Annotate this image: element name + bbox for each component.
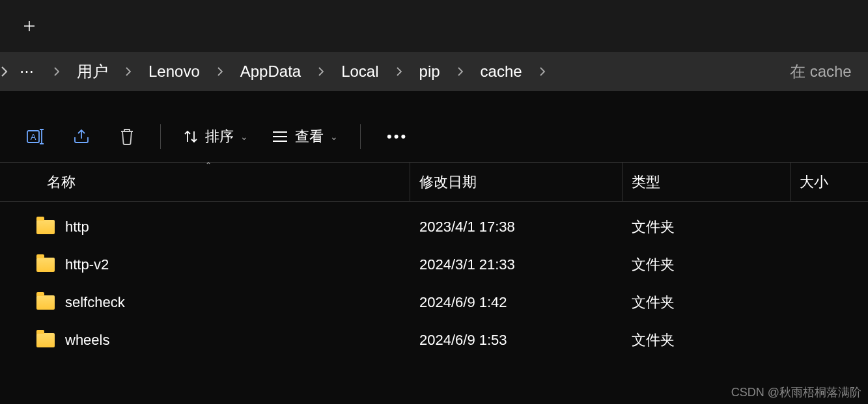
breadcrumb-item[interactable]: 用户: [72, 59, 113, 85]
divider: [360, 124, 361, 149]
column-name-label: 名称: [47, 172, 76, 192]
file-row[interactable]: http-v2 2024/3/1 21:33 文件夹: [0, 246, 868, 284]
file-name: http-v2: [65, 256, 109, 273]
breadcrumb-item[interactable]: pip: [414, 60, 445, 83]
rename-icon[interactable]: A: [13, 117, 59, 156]
chevron-down-icon: ⌄: [330, 131, 338, 142]
file-row[interactable]: http 2023/4/1 17:38 文件夹: [0, 208, 868, 246]
breadcrumb-item[interactable]: AppData: [235, 60, 306, 83]
column-size[interactable]: 大小: [791, 163, 868, 201]
file-name: wheels: [65, 332, 109, 349]
toolbar: A 排序 ⌄ 查看 ⌄ •••: [0, 111, 868, 163]
folder-icon: [36, 333, 55, 347]
address-bar: ⋯ 用户 Lenovo AppData Local pip cache 在 ca…: [0, 52, 868, 91]
chevron-down-icon: ⌄: [240, 131, 248, 142]
folder-icon: [36, 220, 55, 234]
file-name: selfcheck: [65, 294, 125, 311]
column-type[interactable]: 类型: [623, 163, 791, 201]
delete-icon[interactable]: [104, 117, 150, 156]
breadcrumb: ⋯ 用户 Lenovo AppData Local pip cache: [13, 59, 761, 85]
file-name-cell: selfcheck: [0, 294, 410, 311]
watermark: CSDN @秋雨梧桐落满阶: [731, 384, 861, 400]
breadcrumb-item[interactable]: Local: [336, 60, 384, 83]
chevron-right-icon: [527, 66, 557, 77]
sort-label: 排序: [205, 127, 234, 146]
tab-bar: [0, 0, 868, 52]
new-tab-button[interactable]: [13, 10, 46, 42]
file-type: 文件夹: [623, 217, 791, 237]
sort-icon: [183, 129, 199, 144]
more-button[interactable]: •••: [371, 128, 423, 145]
file-list: http 2023/4/1 17:38 文件夹 http-v2 2024/3/1…: [0, 202, 868, 359]
view-icon: [272, 130, 288, 143]
file-date: 2024/6/9 1:53: [410, 332, 623, 349]
spacer: [0, 91, 868, 111]
column-date[interactable]: 修改日期: [410, 163, 623, 201]
file-name-cell: http-v2: [0, 256, 410, 273]
view-label: 查看: [295, 127, 324, 146]
chevron-right-icon: [205, 66, 235, 77]
sort-button[interactable]: 排序 ⌄: [171, 120, 260, 153]
chevron-right-icon: [306, 66, 336, 77]
file-type: 文件夹: [623, 330, 791, 350]
breadcrumb-overflow[interactable]: ⋯: [13, 63, 42, 80]
breadcrumb-item[interactable]: Lenovo: [143, 60, 205, 83]
file-date: 2024/6/9 1:42: [410, 294, 623, 311]
column-name[interactable]: 名称 ⌃: [0, 163, 410, 201]
svg-text:A: A: [31, 132, 36, 142]
file-date: 2023/4/1 17:38: [410, 219, 623, 236]
chevron-right-icon: [384, 66, 414, 77]
file-type: 文件夹: [623, 293, 791, 312]
chevron-right-icon: [445, 66, 475, 77]
sort-asc-icon: ⌃: [205, 161, 212, 170]
chevron-right-icon[interactable]: [0, 66, 13, 77]
file-name: http: [65, 219, 89, 236]
file-date: 2024/3/1 21:33: [410, 256, 623, 273]
share-icon[interactable]: [59, 117, 104, 156]
file-name-cell: http: [0, 219, 410, 236]
divider: [160, 124, 161, 149]
file-row[interactable]: selfcheck 2024/6/9 1:42 文件夹: [0, 284, 868, 321]
chevron-right-icon: [113, 66, 143, 77]
search-input[interactable]: 在 cache: [777, 52, 868, 91]
file-name-cell: wheels: [0, 332, 410, 349]
folder-icon: [36, 295, 55, 310]
folder-icon: [36, 258, 55, 272]
chevron-right-icon: [42, 66, 72, 77]
view-button[interactable]: 查看 ⌄: [260, 120, 350, 153]
file-type: 文件夹: [623, 255, 791, 275]
breadcrumb-item[interactable]: cache: [475, 60, 527, 83]
column-headers: 名称 ⌃ 修改日期 类型 大小: [0, 163, 868, 202]
file-row[interactable]: wheels 2024/6/9 1:53 文件夹: [0, 321, 868, 359]
